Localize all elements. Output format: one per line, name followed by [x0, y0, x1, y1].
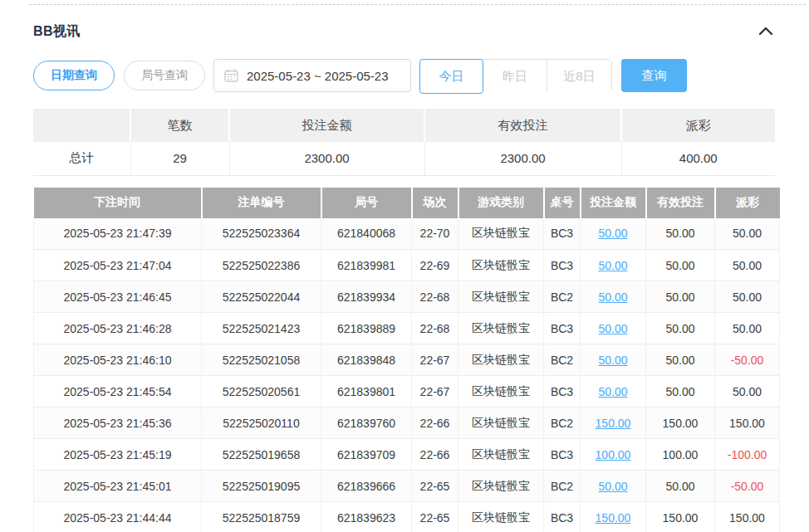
collapse-button[interactable] — [755, 21, 777, 42]
cell-round-number: 621839666 — [321, 471, 412, 502]
cell-payout: 50.00 — [715, 376, 780, 408]
cell-game-type: 区块链骰宝 — [458, 344, 544, 376]
bet-amount-link[interactable]: 50.00 — [598, 480, 627, 493]
summary-total-payout: 400.00 — [621, 142, 775, 175]
header-slip-number: 注单编号 — [202, 188, 321, 218]
cell-session: 22-68 — [412, 313, 458, 344]
cell-table-number: BC2 — [544, 471, 581, 502]
cell-round-number: 621839709 — [321, 439, 412, 471]
table-row: 2025-05-23 21:44:44 522525018759 6218396… — [34, 502, 780, 532]
header-bet-amount: 投注金额 — [581, 188, 646, 218]
bet-detail-table: 下注时间 注单编号 局号 场次 游戏类别 桌号 投注金额 有效投注 派彩 202… — [33, 188, 780, 532]
quick-button-last8days[interactable]: 近8日 — [547, 60, 611, 93]
bet-amount-link[interactable]: 50.00 — [598, 354, 627, 367]
cell-game-type: 区块链骰宝 — [458, 250, 544, 281]
cell-bet-amount: 50.00 — [581, 218, 646, 250]
cell-slip-number: 522525020110 — [202, 408, 321, 439]
cell-bet-amount: 50.00 — [581, 281, 646, 313]
cell-slip-number: 522525020561 — [202, 376, 321, 408]
cell-bet-amount: 150.00 — [581, 408, 646, 439]
cell-payout: 150.00 — [715, 502, 780, 532]
header-round-number: 局号 — [321, 188, 412, 218]
header-game-type: 游戏类别 — [458, 188, 544, 218]
cell-bet-time: 2025-05-23 21:47:04 — [34, 250, 202, 281]
quick-button-today[interactable]: 今日 — [419, 59, 483, 94]
cell-valid-bet: 50.00 — [646, 281, 715, 313]
tab-round-query[interactable]: 局号查询 — [124, 61, 205, 90]
cell-bet-amount: 50.00 — [581, 471, 646, 502]
bet-amount-link[interactable]: 50.00 — [598, 227, 627, 240]
bet-amount-link[interactable]: 150.00 — [596, 511, 631, 525]
cell-game-type: 区块链骰宝 — [458, 281, 544, 313]
cell-round-number: 621839934 — [321, 281, 412, 313]
bet-amount-link[interactable]: 50.00 — [598, 385, 627, 398]
search-button[interactable]: 查询 — [621, 59, 687, 92]
header-payout: 派彩 — [715, 188, 780, 218]
quick-date-group: 今日 昨日 近8日 — [419, 59, 612, 92]
table-row: 2025-05-23 21:45:54 522525020561 6218398… — [34, 376, 780, 408]
cell-payout: 50.00 — [715, 218, 780, 250]
cell-bet-amount: 100.00 — [581, 439, 646, 471]
summary-total-count: 29 — [130, 142, 229, 175]
date-range-value: 2025-05-23 ~ 2025-05-23 — [247, 69, 389, 83]
table-row: 2025-05-23 21:46:45 522525022044 6218399… — [34, 281, 780, 313]
cell-table-number: BC3 — [544, 439, 581, 471]
cell-table-number: BC3 — [544, 376, 581, 408]
tab-date-query-label: 日期查询 — [51, 68, 97, 83]
header-valid-bet: 有效投注 — [646, 188, 715, 218]
cell-game-type: 区块链骰宝 — [458, 502, 544, 532]
cell-table-number: BC3 — [544, 218, 581, 250]
cell-bet-amount: 50.00 — [581, 250, 646, 281]
cell-payout: 50.00 — [715, 313, 780, 344]
bet-amount-link[interactable]: 50.00 — [598, 259, 627, 272]
cell-payout: -50.00 — [715, 344, 780, 376]
table-row: 2025-05-23 21:46:10 522525021058 6218398… — [34, 344, 780, 376]
cell-session: 22-67 — [412, 376, 458, 408]
cell-game-type: 区块链骰宝 — [458, 408, 544, 439]
date-range-input[interactable]: 2025-05-23 ~ 2025-05-23 — [213, 59, 411, 92]
cell-table-number: BC3 — [544, 250, 581, 281]
bet-amount-link[interactable]: 150.00 — [596, 417, 631, 430]
detail-header-row: 下注时间 注单编号 局号 场次 游戏类别 桌号 投注金额 有效投注 派彩 — [34, 188, 780, 218]
cell-valid-bet: 50.00 — [646, 218, 715, 250]
table-row: 2025-05-23 21:45:19 522525019658 6218397… — [34, 439, 780, 471]
cell-payout: 50.00 — [715, 281, 780, 313]
tab-date-query[interactable]: 日期查询 — [33, 61, 115, 90]
cell-valid-bet: 50.00 — [646, 376, 715, 408]
quick-button-yesterday[interactable]: 昨日 — [483, 60, 547, 93]
summary-header-valid-bet: 有效投注 — [424, 109, 621, 142]
cell-session: 22-68 — [412, 281, 458, 313]
cell-valid-bet: 50.00 — [646, 313, 715, 344]
bet-amount-link[interactable]: 50.00 — [598, 290, 627, 304]
summary-table: 笔数 投注金额 有效投注 派彩 总计 29 2300.00 2300.00 40… — [33, 109, 775, 176]
cell-session: 22-69 — [412, 250, 458, 281]
cell-bet-amount: 50.00 — [581, 376, 646, 408]
cell-round-number: 621839848 — [321, 344, 412, 376]
cell-slip-number: 522525022386 — [202, 250, 321, 281]
cell-bet-time: 2025-05-23 21:46:45 — [34, 281, 202, 313]
bet-table-body: 2025-05-23 21:47:39 522525023364 6218400… — [34, 218, 780, 532]
cell-round-number: 621839889 — [321, 313, 412, 344]
bet-amount-link[interactable]: 100.00 — [596, 448, 631, 461]
cell-table-number: BC3 — [544, 502, 581, 532]
cell-table-number: BC3 — [544, 313, 581, 344]
header-session: 场次 — [412, 188, 458, 218]
cell-valid-bet: 100.00 — [646, 439, 715, 471]
quick-button-last8days-label: 近8日 — [563, 69, 595, 85]
cell-valid-bet: 50.00 — [646, 344, 715, 376]
cell-session: 22-65 — [412, 471, 458, 502]
calendar-icon — [224, 69, 238, 82]
header-bet-time: 下注时间 — [34, 188, 202, 218]
cell-payout: 50.00 — [715, 250, 780, 281]
cell-bet-time: 2025-05-23 21:45:01 — [34, 471, 202, 502]
cell-round-number: 621839981 — [321, 250, 412, 281]
cell-slip-number: 522525019658 — [202, 439, 321, 471]
summary-header-blank — [33, 109, 130, 142]
table-row: 2025-05-23 21:45:01 522525019095 6218396… — [34, 471, 780, 502]
table-row: 2025-05-23 21:45:36 522525020110 6218397… — [34, 408, 780, 439]
cell-game-type: 区块链骰宝 — [458, 439, 544, 471]
bet-amount-link[interactable]: 50.00 — [598, 322, 627, 335]
summary-header-count: 笔数 — [130, 109, 229, 142]
cell-session: 22-65 — [412, 502, 458, 532]
cell-valid-bet: 150.00 — [646, 502, 715, 532]
